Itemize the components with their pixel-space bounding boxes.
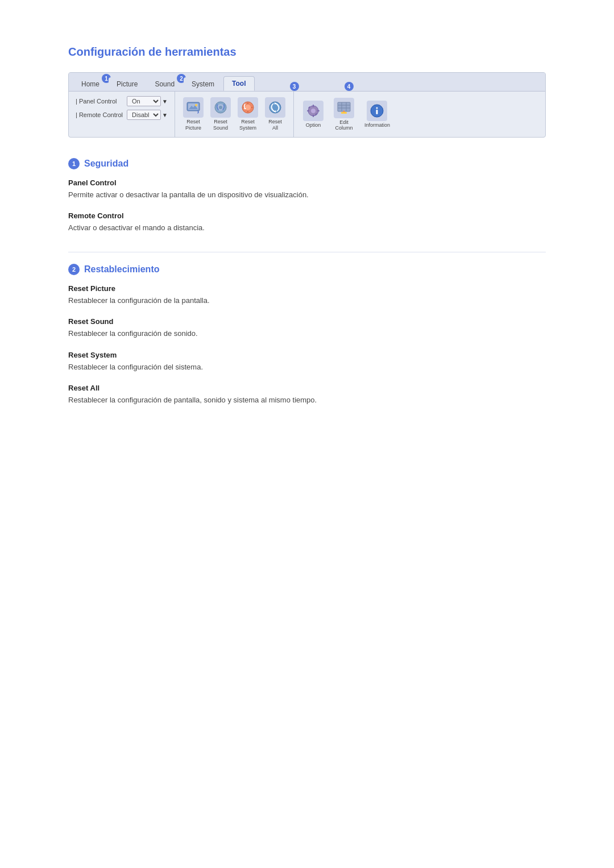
svg-point-8 bbox=[245, 105, 251, 110]
toolbar-resets: ResetPicture ResetSound bbox=[175, 92, 294, 137]
information-icon bbox=[367, 101, 387, 121]
section-divider bbox=[68, 252, 546, 252]
panel-control-row: | Panel Control On Off ▼ bbox=[76, 96, 168, 106]
tab-sound[interactable]: Sound 2 bbox=[147, 77, 182, 91]
edit-column-icon bbox=[334, 98, 354, 118]
panel-control-section: Panel Control Permite activar o desactiv… bbox=[68, 178, 546, 201]
toolbar-mockup: Home 1 Picture Sound 2 System Tool 3 4 | bbox=[68, 72, 546, 138]
seguridad-title: Seguridad bbox=[84, 159, 128, 169]
remote-control-section: Remote Control Activar o desactivar el m… bbox=[68, 211, 546, 234]
reset-all-button[interactable]: ResetAll bbox=[263, 96, 288, 132]
reset-system-label: ResetSystem bbox=[239, 119, 256, 131]
tab-picture[interactable]: Picture bbox=[109, 77, 146, 91]
toolbar-security-panel: | Panel Control On Off ▼ | Remote Contro… bbox=[69, 92, 175, 137]
restablecimiento-badge: 2 bbox=[68, 264, 80, 275]
seguridad-badge: 1 bbox=[68, 158, 80, 169]
svg-rect-26 bbox=[341, 112, 347, 114]
reset-picture-button[interactable]: ResetPicture bbox=[181, 96, 206, 132]
reset-system-desc: Restablecer la configuración del sistema… bbox=[68, 362, 546, 373]
panel-control-title: Panel Control bbox=[68, 178, 546, 187]
reset-system-title: Reset System bbox=[68, 351, 546, 359]
option-button[interactable]: Option bbox=[300, 99, 327, 129]
reset-system-button[interactable]: ResetSystem bbox=[235, 96, 260, 132]
svg-point-6 bbox=[219, 106, 222, 109]
edit-column-label: EditColumn bbox=[335, 119, 352, 131]
remote-control-desc: Activar o desactivar el mando a distanci… bbox=[68, 222, 546, 234]
reset-all-desc: Restablecer la configuración de pantalla… bbox=[68, 394, 546, 406]
restablecimiento-heading: 2 Restablecimiento bbox=[68, 264, 546, 275]
restablecimiento-section: 2 Restablecimiento Reset Picture Restabl… bbox=[68, 264, 546, 406]
edit-column-button[interactable]: EditColumn bbox=[330, 97, 358, 132]
svg-point-14 bbox=[311, 109, 316, 113]
reset-all-label: ResetAll bbox=[268, 119, 282, 131]
reset-sound-button[interactable]: ResetSound bbox=[208, 96, 233, 132]
reset-system-section: Reset System Restablecer la configuració… bbox=[68, 351, 546, 373]
tab-tool[interactable]: Tool bbox=[223, 76, 254, 91]
reset-sound-title: Reset Sound bbox=[68, 317, 546, 326]
tab-picture-label: Picture bbox=[117, 80, 138, 88]
remote-control-arrow: ▼ bbox=[162, 112, 168, 118]
information-label: Information bbox=[364, 122, 390, 128]
reset-all-icon bbox=[265, 97, 285, 118]
reset-picture-icon bbox=[183, 97, 204, 118]
tab-tool-label: Tool bbox=[232, 80, 246, 88]
reset-picture-desc: Restablecer la configuración de la panta… bbox=[68, 295, 546, 306]
remote-control-label: | Remote Control bbox=[76, 111, 127, 118]
panel-control-arrow: ▼ bbox=[162, 98, 168, 105]
tab-system[interactable]: System bbox=[184, 77, 222, 91]
panel-control-select[interactable]: On Off bbox=[127, 96, 161, 106]
tab-system-label: System bbox=[192, 80, 214, 88]
reset-picture-title: Reset Picture bbox=[68, 284, 546, 293]
svg-rect-21 bbox=[338, 102, 350, 111]
svg-rect-18 bbox=[317, 110, 320, 111]
panel-control-label: | Panel Control bbox=[76, 98, 127, 105]
reset-picture-section: Reset Picture Restablecer la configuraci… bbox=[68, 284, 546, 306]
tab-sound-label: Sound bbox=[155, 80, 175, 88]
tab-home-label: Home bbox=[81, 80, 99, 88]
reset-sound-label: ResetSound bbox=[213, 119, 228, 131]
toolbar-options: Option EditCo bbox=[294, 92, 399, 137]
reset-system-icon bbox=[238, 97, 258, 118]
seguridad-section: 1 Seguridad Panel Control Permite activa… bbox=[68, 158, 546, 234]
svg-point-3 bbox=[195, 104, 197, 106]
seguridad-heading: 1 Seguridad bbox=[68, 158, 546, 169]
reset-picture-label: ResetPicture bbox=[185, 119, 201, 131]
section4-badge: 4 bbox=[345, 82, 354, 91]
option-label: Option bbox=[306, 122, 321, 128]
section3-badge: 3 bbox=[290, 82, 299, 91]
page-title: Configuración de herramientas bbox=[68, 45, 546, 59]
svg-rect-15 bbox=[313, 105, 314, 107]
svg-point-29 bbox=[376, 107, 378, 109]
svg-rect-30 bbox=[376, 110, 378, 114]
remote-control-select[interactable]: Disable Enable bbox=[127, 110, 161, 120]
remote-control-row: | Remote Control Disable Enable ▼ bbox=[76, 110, 168, 120]
reset-all-section: Reset All Restablecer la configuración d… bbox=[68, 384, 546, 406]
information-button[interactable]: Information bbox=[361, 99, 393, 129]
toolbar-body: | Panel Control On Off ▼ | Remote Contro… bbox=[69, 92, 545, 137]
reset-all-title: Reset All bbox=[68, 384, 546, 392]
remote-control-title: Remote Control bbox=[68, 211, 546, 220]
tab-home[interactable]: Home 1 bbox=[73, 77, 107, 91]
svg-rect-16 bbox=[313, 115, 314, 117]
restablecimiento-title: Restablecimiento bbox=[84, 264, 159, 275]
reset-sound-icon bbox=[210, 97, 231, 118]
reset-sound-desc: Restablecer la configuración de sonido. bbox=[68, 328, 546, 339]
option-icon bbox=[303, 101, 323, 121]
reset-sound-section: Reset Sound Restablecer la configuración… bbox=[68, 317, 546, 339]
svg-rect-17 bbox=[307, 110, 309, 111]
toolbar-tabs: Home 1 Picture Sound 2 System Tool 3 4 bbox=[69, 73, 545, 92]
panel-control-desc: Permite activar o desactivar la pantalla… bbox=[68, 189, 546, 201]
